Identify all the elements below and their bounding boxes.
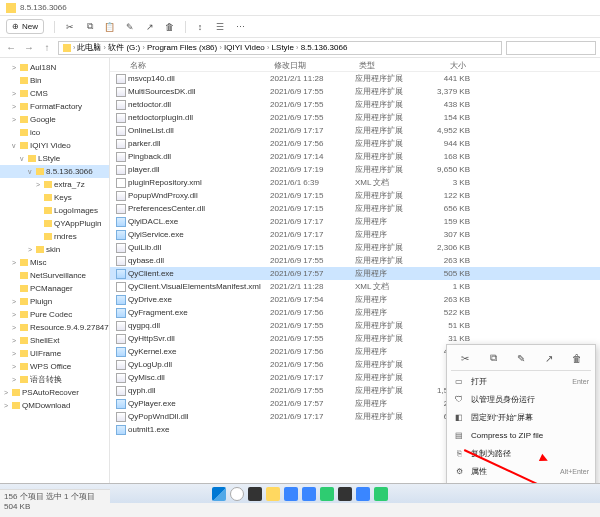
task-icon[interactable] <box>284 487 298 501</box>
up-icon[interactable]: ↑ <box>40 41 54 55</box>
delete-icon[interactable]: 🗑 <box>165 22 175 32</box>
table-row[interactable]: QiyiService.exe2021/6/9 17:17应用程序307 KB <box>110 228 600 241</box>
sidebar-item[interactable]: >ShellExt <box>0 334 109 347</box>
crumb[interactable]: 此电脑 <box>77 43 101 52</box>
sort-icon[interactable]: ↕ <box>195 22 205 32</box>
folder-icon <box>20 129 28 136</box>
sidebar-item[interactable]: PCManager <box>0 282 109 295</box>
task-icon[interactable] <box>356 487 370 501</box>
share-icon[interactable]: ↗ <box>542 351 556 365</box>
task-icon[interactable] <box>320 487 334 501</box>
sidebar-item[interactable]: >FormatFactory <box>0 100 109 113</box>
paste-icon[interactable]: 📋 <box>105 22 115 32</box>
sidebar-item[interactable]: rndres <box>0 230 109 243</box>
search-icon[interactable] <box>230 487 244 501</box>
folder-icon <box>63 44 71 52</box>
sidebar-item[interactable]: Keys <box>0 191 109 204</box>
table-row[interactable]: QuiLib.dll2021/6/9 17:15应用程序扩展2,306 KB <box>110 241 600 254</box>
sidebar-item[interactable]: >PSAutoRecover <box>0 386 109 399</box>
rename-icon[interactable]: ✎ <box>125 22 135 32</box>
sidebar-item[interactable]: >语音转换 <box>0 373 109 386</box>
table-row[interactable]: QyClient.exe2021/6/9 17:57应用程序505 KB <box>110 267 600 280</box>
crumb[interactable]: 8.5.136.3066 <box>301 43 348 52</box>
sidebar-label: FormatFactory <box>30 102 82 111</box>
table-row[interactable]: QyDrive.exe2021/6/9 17:54应用程序263 KB <box>110 293 600 306</box>
ctx-copy-path[interactable]: ⎘复制为路径 <box>447 445 595 463</box>
sidebar-item[interactable]: v8.5.136.3066 <box>0 165 109 178</box>
sidebar-item[interactable]: >Misc <box>0 256 109 269</box>
sidebar-item[interactable]: >Pluign <box>0 295 109 308</box>
ctx-open[interactable]: ▭打开Enter <box>447 373 595 391</box>
column-headers[interactable]: 名称 修改日期 类型 大小 <box>110 58 600 72</box>
table-row[interactable]: qygpq.dll2021/6/9 17:55应用程序扩展51 KB <box>110 319 600 332</box>
task-icon[interactable] <box>248 487 262 501</box>
table-row[interactable]: msvcp140.dll2021/2/1 11:28应用程序扩展441 KB <box>110 72 600 85</box>
table-row[interactable]: pluginRepository.xml2021/6/1 6:39XML 文档3… <box>110 176 600 189</box>
table-row[interactable]: OnlineList.dll2021/6/9 17:17应用程序扩展4,952 … <box>110 124 600 137</box>
table-row[interactable]: Pingback.dll2021/6/9 17:14应用程序扩展168 KB <box>110 150 600 163</box>
task-icon[interactable] <box>338 487 352 501</box>
sidebar-item[interactable]: >skin <box>0 243 109 256</box>
sidebar-item[interactable]: >WPS Office <box>0 360 109 373</box>
sidebar-item[interactable]: LogoImages <box>0 204 109 217</box>
cut-icon[interactable]: ✂ <box>458 351 472 365</box>
sidebar-item[interactable]: >Google <box>0 113 109 126</box>
table-row[interactable]: PreferencesCenter.dll2021/6/9 17:15应用程序扩… <box>110 202 600 215</box>
folder-icon <box>20 337 28 344</box>
sidebar-item[interactable]: >Aul18N <box>0 61 109 74</box>
sidebar-item[interactable]: ico <box>0 126 109 139</box>
table-row[interactable]: parker.dll2021/6/9 17:56应用程序扩展944 KB <box>110 137 600 150</box>
crumb[interactable]: LStyle <box>272 43 294 52</box>
sidebar-item[interactable]: NetSurveillance <box>0 269 109 282</box>
ctx-run-admin[interactable]: 🛡以管理员身份运行 <box>447 391 595 409</box>
crumb[interactable]: 软件 (G:) <box>108 43 140 52</box>
dll-icon <box>116 113 126 123</box>
exe-icon <box>116 269 126 279</box>
sidebar-item[interactable]: >Pure Codec <box>0 308 109 321</box>
table-row[interactable]: QiyiDACL.exe2021/6/9 17:17应用程序159 KB <box>110 215 600 228</box>
sidebar-item[interactable]: >UIFrame <box>0 347 109 360</box>
table-row[interactable]: QyClient.VisualElementsManifest.xml2021/… <box>110 280 600 293</box>
copy-icon[interactable]: ⧉ <box>486 351 500 365</box>
ctx-compress-zip[interactable]: ▤Compress to ZIP file <box>447 427 595 445</box>
sidebar-item[interactable]: Bin <box>0 74 109 87</box>
sidebar-item[interactable]: >CMS <box>0 87 109 100</box>
table-row[interactable]: netdoctor.dll2021/6/9 17:55应用程序扩展438 KB <box>110 98 600 111</box>
ctx-properties[interactable]: ⚙属性Alt+Enter <box>447 463 595 481</box>
folder-icon <box>36 168 44 175</box>
ctx-pin-start[interactable]: ◧固定到"开始"屏幕 <box>447 409 595 427</box>
sidebar-label: QYAppPlugin <box>54 219 101 228</box>
table-row[interactable]: netdoctorplugin.dll2021/6/9 17:55应用程序扩展1… <box>110 111 600 124</box>
crumb[interactable]: IQIYI Video <box>224 43 265 52</box>
explorer-icon[interactable] <box>266 487 280 501</box>
sidebar-item[interactable]: >QMDownload <box>0 399 109 412</box>
rename-icon[interactable]: ✎ <box>514 351 528 365</box>
search-input[interactable] <box>506 41 596 55</box>
more-icon[interactable]: ⋯ <box>235 22 245 32</box>
sidebar-item[interactable]: QYAppPlugin <box>0 217 109 230</box>
xml-icon <box>116 282 126 292</box>
task-icon[interactable] <box>374 487 388 501</box>
folder-icon <box>20 311 28 318</box>
table-row[interactable]: QyFragment.exe2021/6/9 17:56应用程序522 KB <box>110 306 600 319</box>
table-row[interactable]: PopupWndProxy.dll2021/6/9 17:15应用程序扩展122… <box>110 189 600 202</box>
task-icon[interactable] <box>302 487 316 501</box>
new-button[interactable]: ⊕ New <box>6 19 44 34</box>
view-icon[interactable]: ☰ <box>215 22 225 32</box>
cut-icon[interactable]: ✂ <box>65 22 75 32</box>
forward-icon[interactable]: → <box>22 41 36 55</box>
start-button[interactable] <box>212 487 226 501</box>
sidebar-item[interactable]: vIQIYI Video <box>0 139 109 152</box>
sidebar-item[interactable]: vLStyle <box>0 152 109 165</box>
share-icon[interactable]: ↗ <box>145 22 155 32</box>
copy-icon[interactable]: ⧉ <box>85 22 95 32</box>
table-row[interactable]: qybase.dll2021/6/9 17:55应用程序扩展263 KB <box>110 254 600 267</box>
table-row[interactable]: player.dll2021/6/9 17:19应用程序扩展9,650 KB <box>110 163 600 176</box>
crumb[interactable]: Program Files (x86) <box>147 43 217 52</box>
sidebar-item[interactable]: >Resource.9.4.9.27847 <box>0 321 109 334</box>
back-icon[interactable]: ← <box>4 41 18 55</box>
table-row[interactable]: MultiSourcesDK.dll2021/6/9 17:55应用程序扩展3,… <box>110 85 600 98</box>
delete-icon[interactable]: 🗑 <box>570 351 584 365</box>
sidebar-item[interactable]: >extra_7z <box>0 178 109 191</box>
breadcrumb[interactable]: › 此电脑 › 软件 (G:) › Program Files (x86) › … <box>58 41 502 55</box>
